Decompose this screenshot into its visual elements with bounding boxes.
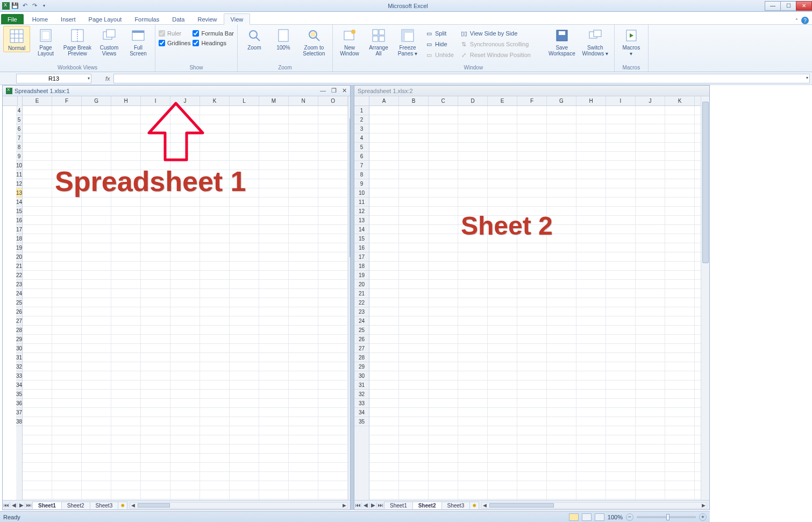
save-icon[interactable]: 💾 — [11, 2, 19, 10]
row-headers-right[interactable]: 1234567891011121314151617181920212223242… — [354, 96, 369, 500]
row-header[interactable]: 18 — [16, 234, 22, 243]
select-all-corner[interactable] — [3, 96, 18, 106]
row-header[interactable]: 37 — [16, 408, 22, 417]
close-button[interactable]: ✕ — [796, 1, 812, 11]
headings-checkbox[interactable]: Headings — [193, 40, 234, 46]
sheet-tab-r2[interactable]: Sheet2 — [412, 502, 442, 509]
row-header[interactable]: 14 — [16, 197, 22, 207]
normal-view-icon[interactable] — [569, 513, 579, 521]
row-header[interactable]: 29 — [16, 335, 22, 344]
row-header[interactable]: 11 — [16, 170, 22, 179]
zoom-slider[interactable] — [637, 516, 696, 518]
row-header[interactable]: 15 — [354, 234, 369, 243]
row-header[interactable]: 33 — [16, 371, 22, 380]
row-header[interactable]: 34 — [354, 408, 369, 417]
row-header[interactable]: 5 — [16, 115, 22, 124]
page-layout-button[interactable]: Page Layout — [32, 26, 59, 57]
tab-insert[interactable]: Insert — [54, 14, 82, 24]
row-header[interactable]: 29 — [354, 362, 369, 371]
row-header[interactable]: 27 — [354, 344, 369, 353]
col-header[interactable]: M — [259, 96, 289, 105]
page-layout-view-icon[interactable] — [582, 513, 592, 521]
row-header[interactable]: 35 — [354, 417, 369, 426]
row-header[interactable]: 16 — [16, 216, 22, 225]
row-header[interactable]: 19 — [354, 271, 369, 280]
cells-right[interactable]: Sheet 2 — [369, 106, 701, 500]
row-header[interactable]: 4 — [354, 133, 369, 143]
formula-bar-checkbox[interactable]: Formula Bar — [193, 30, 234, 37]
row-header[interactable]: 32 — [16, 362, 22, 371]
freeze-panes-button[interactable]: Freeze Panes ▾ — [394, 26, 421, 57]
zoom-to-selection-button[interactable]: Zoom to Selection — [299, 26, 329, 57]
row-header[interactable]: 2 — [354, 115, 369, 124]
expand-formula-icon[interactable]: ▾ — [806, 75, 808, 80]
col-header[interactable]: N — [289, 96, 318, 105]
row-header[interactable]: 33 — [354, 399, 369, 408]
row-header[interactable]: 23 — [16, 280, 22, 289]
row-header[interactable]: 25 — [16, 298, 22, 307]
col-header[interactable]: K — [665, 96, 695, 105]
row-header[interactable]: 14 — [354, 225, 369, 234]
row-header[interactable]: 13 — [16, 188, 22, 197]
row-header[interactable]: 36 — [16, 399, 22, 408]
col-header[interactable]: I — [606, 96, 636, 105]
new-window-button[interactable]: New Window — [336, 26, 363, 57]
row-header[interactable]: 13 — [354, 216, 369, 225]
sheet-tab-2[interactable]: Sheet2 — [61, 502, 90, 509]
col-header[interactable]: E — [23, 96, 52, 105]
row-header[interactable]: 34 — [16, 380, 22, 390]
row-header[interactable]: 19 — [16, 243, 22, 252]
row-header[interactable]: 8 — [354, 170, 369, 179]
row-header[interactable]: 21 — [354, 289, 369, 298]
sheet-tab-r3[interactable]: Sheet3 — [441, 502, 471, 509]
page-break-preview-button[interactable]: Page Break Preview — [61, 26, 94, 57]
row-header[interactable]: 8 — [16, 143, 22, 152]
row-header[interactable]: 15 — [16, 207, 22, 216]
pane-left-title[interactable]: Spreadsheet 1.xlsx:1 — ❐ ✕ — [3, 86, 350, 96]
row-header[interactable]: 30 — [16, 344, 22, 353]
arrange-all-button[interactable]: Arrange All — [365, 26, 392, 57]
normal-view-button[interactable]: Normal — [3, 26, 30, 52]
row-header[interactable]: 6 — [354, 152, 369, 161]
row-header[interactable]: 23 — [354, 307, 369, 316]
row-header[interactable]: 28 — [16, 326, 22, 335]
col-header[interactable]: I — [141, 96, 170, 105]
minimize-button[interactable]: — — [765, 1, 781, 11]
col-header[interactable]: G — [547, 96, 576, 105]
row-header[interactable]: 24 — [16, 289, 22, 298]
sheet-tab-3[interactable]: Sheet3 — [90, 502, 119, 509]
tab-formulas[interactable]: Formulas — [128, 14, 166, 24]
row-header[interactable]: 31 — [16, 353, 22, 362]
zoom-out-button[interactable]: − — [626, 513, 633, 521]
row-header[interactable]: 5 — [354, 143, 369, 152]
row-header[interactable]: 7 — [354, 161, 369, 170]
fx-label[interactable]: fx — [105, 75, 110, 82]
grid-right[interactable]: 1234567891011121314151617181920212223242… — [354, 96, 709, 500]
col-header[interactable]: K — [200, 96, 230, 105]
row-header[interactable]: 25 — [354, 326, 369, 335]
row-header[interactable]: 9 — [354, 179, 369, 188]
row-header[interactable]: 28 — [354, 353, 369, 362]
row-header[interactable]: 18 — [354, 262, 369, 271]
row-header[interactable]: 26 — [16, 307, 22, 316]
save-workspace-button[interactable]: Save Workspace — [546, 26, 578, 57]
custom-views-button[interactable]: Custom Views — [96, 26, 123, 57]
col-header[interactable]: A — [369, 96, 399, 105]
row-header[interactable]: 11 — [354, 197, 369, 207]
pane-close-icon[interactable]: ✕ — [342, 87, 347, 94]
tab-page-layout[interactable]: Page Layout — [82, 14, 129, 24]
sheet-tab-r1[interactable]: Sheet1 — [384, 502, 413, 509]
tab-nav-left[interactable]: ⏮◀▶⏭ — [3, 502, 33, 508]
col-header[interactable]: E — [488, 96, 517, 105]
col-header[interactable]: L — [230, 96, 259, 105]
tab-review[interactable]: Review — [191, 14, 223, 24]
formula-input[interactable]: ▾ — [113, 74, 810, 83]
row-header[interactable]: 1 — [354, 106, 369, 115]
col-header[interactable]: F — [52, 96, 82, 105]
hscroll-left[interactable]: ◀▶ — [130, 502, 348, 509]
col-header[interactable]: G — [82, 96, 111, 105]
chevron-down-icon[interactable]: ▾ — [88, 76, 90, 81]
row-header[interactable]: 12 — [16, 179, 22, 188]
row-headers-left[interactable]: 4567891011121314151617181920212223242526… — [16, 96, 23, 500]
hide-button[interactable]: ▭Hide — [423, 39, 456, 50]
